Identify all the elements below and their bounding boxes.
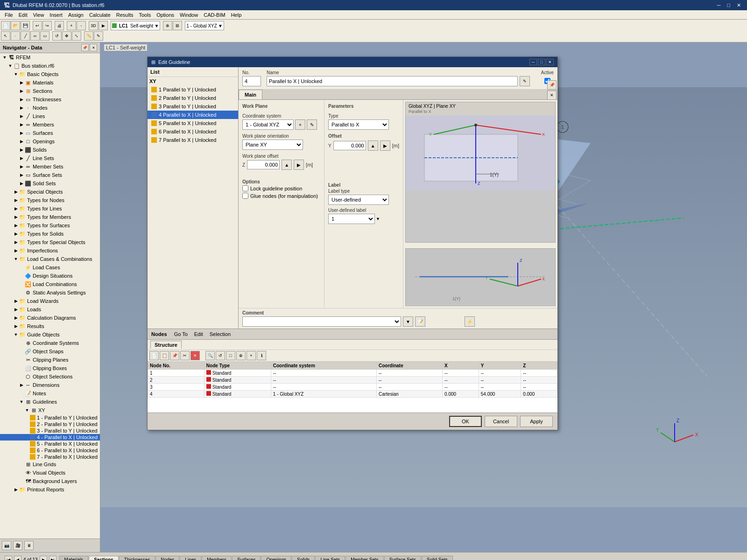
tree-visual-objects[interactable]: 👁 Visual Objects: [0, 469, 100, 477]
list-item-3[interactable]: 3 Parallel to Y | Unlocked: [148, 102, 238, 111]
tree-loads[interactable]: ▶ 📁 Loads: [0, 305, 100, 314]
tree-results[interactable]: ▶ 📁 Results: [0, 322, 100, 330]
coord-dropdown[interactable]: 1 - Global XYZ ▼: [185, 21, 224, 30]
tab-main[interactable]: Main: [239, 90, 262, 99]
menu-cadbim[interactable]: CAD-BIM: [201, 12, 228, 18]
tree-lines[interactable]: ▶ ╱ Lines: [0, 112, 100, 120]
tab-surfaces[interactable]: Surfaces: [232, 556, 261, 560]
tree-types-surfaces[interactable]: ▶ 📁 Types for Surfaces: [0, 221, 100, 230]
tree-solidsets[interactable]: ▶ ⬛ Solid Sets: [0, 179, 100, 188]
close-button[interactable]: ✕: [734, 2, 743, 8]
tb-render[interactable]: ▶: [99, 21, 108, 30]
tb-surface[interactable]: ▭: [40, 31, 49, 41]
dialog-minimize-btn[interactable]: ─: [529, 59, 537, 65]
nodes-goto[interactable]: Go To: [173, 331, 189, 337]
tree-xy[interactable]: ▼ ⊞ XY: [0, 406, 100, 414]
tree-openings[interactable]: ▶ □ Openings: [0, 137, 100, 146]
nodes-tb-info[interactable]: ℹ: [257, 351, 266, 360]
tree-types-special[interactable]: ▶ 📁 Types for Special Objects: [0, 238, 100, 246]
tree-rfem[interactable]: ▼ 🏗 RFEM: [0, 53, 100, 62]
tree-load-wizards[interactable]: ▶ 📁 Load Wizards: [0, 297, 100, 305]
tb-3d[interactable]: 3D: [89, 21, 98, 30]
tree-basic-objects[interactable]: ▼ 📁 Basic Objects: [0, 70, 100, 78]
tab-nodes[interactable]: Nodes: [155, 556, 179, 560]
maximize-button[interactable]: □: [725, 2, 733, 8]
nodes-tb-delete[interactable]: ✕: [190, 351, 200, 360]
menu-insert[interactable]: Insert: [47, 12, 65, 18]
offset-y-up[interactable]: ▲: [368, 140, 378, 151]
tb-save[interactable]: 💾: [21, 21, 30, 30]
nodes-tb-cross[interactable]: +: [247, 351, 256, 360]
lock-position-checkbox[interactable]: [242, 185, 248, 191]
tree-gl-7[interactable]: 7 - Parallel to X | Unlocked: [0, 454, 100, 460]
nav-pin-btn[interactable]: 📌: [81, 44, 89, 51]
tree-dimensions[interactable]: ▶ ↔ Dimensions: [0, 381, 100, 389]
tb-redo[interactable]: ↪: [42, 21, 52, 30]
tree-materials[interactable]: ▶ ▣ Materials: [0, 78, 100, 87]
tree-clipping-planes[interactable]: ✂ Clipping Planes: [0, 356, 100, 364]
nav-close-btn[interactable]: ✕: [90, 44, 97, 51]
tree-members[interactable]: ▶ ═ Members: [0, 120, 100, 129]
tree-object-snaps[interactable]: 🔗 Object Snaps: [0, 347, 100, 356]
tree-types-solids[interactable]: ▶ 📁 Types for Solids: [0, 230, 100, 238]
nav-bottom-display[interactable]: 🖥: [24, 541, 34, 550]
nodes-tb-refresh[interactable]: ↺: [216, 351, 225, 360]
tb-line[interactable]: ╱: [21, 31, 30, 41]
name-edit-btn[interactable]: ✎: [520, 76, 530, 86]
tree-thicknesses[interactable]: ▶ ▭ Thicknesses: [0, 95, 100, 104]
menu-results[interactable]: Results: [113, 12, 136, 18]
tree-types-nodes[interactable]: ▶ 📁 Types for Nodes: [0, 196, 100, 204]
nodes-tb-new[interactable]: 📄: [149, 351, 159, 360]
tree-design-situations[interactable]: 🔷 Design Situations: [0, 272, 100, 280]
list-item-2[interactable]: 2 Parallel to Y | Unlocked: [148, 94, 238, 102]
tree-membersets[interactable]: ▶ ═ Member Sets: [0, 162, 100, 171]
nodes-edit[interactable]: Edit: [193, 331, 204, 337]
tb-measure[interactable]: 📏: [84, 31, 93, 41]
tb-open[interactable]: 📂: [11, 21, 20, 30]
tab-lines[interactable]: Lines: [180, 556, 201, 560]
tree-gl-4[interactable]: 4 - Parallel to X | Unlocked: [0, 434, 100, 441]
tab-surfacesets[interactable]: Surface Sets: [384, 556, 421, 560]
tb-print[interactable]: 🖨: [55, 21, 64, 30]
comment-select[interactable]: [242, 316, 401, 327]
tree-busstation[interactable]: ▼ 📋 Bus station.rf6: [0, 62, 100, 70]
tb-select[interactable]: ↖: [1, 31, 10, 41]
nodes-tb-lasso[interactable]: ⊕: [236, 351, 246, 360]
dialog-maximize-btn[interactable]: □: [538, 59, 545, 65]
tb-grid[interactable]: ⊞: [173, 21, 182, 30]
wp-orientation-select[interactable]: Plane XY: [242, 140, 303, 150]
tree-special-objects[interactable]: ▶ 📁 Special Objects: [0, 188, 100, 196]
tb-annotate[interactable]: ✎: [94, 31, 103, 41]
offset-z-up[interactable]: ▲: [282, 160, 292, 170]
nodes-tb-cut[interactable]: ✂: [180, 351, 190, 360]
offset-y-right[interactable]: ▶: [380, 140, 390, 151]
comment-dropdown-btn[interactable]: ▼: [403, 316, 413, 327]
offset-y-input[interactable]: [333, 141, 366, 150]
nav-next-btn[interactable]: ▶: [40, 556, 47, 560]
nav-last-btn[interactable]: ▶|: [49, 556, 56, 560]
tree-clipping-boxes[interactable]: ⬜ Clipping Boxes: [0, 364, 100, 372]
menu-assign[interactable]: Assign: [65, 12, 86, 18]
nav-bottom-camera[interactable]: 📷: [2, 541, 11, 550]
tab-materials[interactable]: Materials: [59, 556, 89, 560]
tree-nodes[interactable]: ▶ · Nodes: [0, 104, 100, 112]
tree-solids[interactable]: ▶ ⬛ Solids: [0, 146, 100, 154]
tree-background-layers[interactable]: 🗺 Background Layers: [0, 477, 100, 485]
list-item-6[interactable]: 6 Parallel to X | Unlocked: [148, 127, 238, 136]
tree-gl-6[interactable]: 6 - Parallel to X | Unlocked: [0, 447, 100, 454]
dialog-close-btn[interactable]: ✕: [546, 59, 554, 65]
nodes-tb-search[interactable]: 🔍: [205, 351, 215, 360]
menu-options[interactable]: Options: [154, 12, 177, 18]
menu-window[interactable]: Window: [177, 12, 201, 18]
tb-node[interactable]: ·: [11, 31, 20, 41]
nodes-selection[interactable]: Selection: [208, 331, 232, 337]
user-label-select[interactable]: 1: [328, 214, 375, 224]
tree-notes[interactable]: 📝 Notes: [0, 389, 100, 398]
tree-sections[interactable]: ▶ ⊞ Sections: [0, 87, 100, 95]
tab-membersets[interactable]: Member Sets: [345, 556, 383, 560]
tree-guidelines[interactable]: ▼ ⊞ Guidelines: [0, 398, 100, 406]
tb-scale[interactable]: ⤡: [72, 31, 81, 41]
tree-guide-objects[interactable]: ▼ 📁 Guide Objects: [0, 330, 100, 339]
tree-linesets[interactable]: ▶ ╱ Line Sets: [0, 154, 100, 162]
tree-load-cases-combo[interactable]: ▼ 📁 Load Cases & Combinations: [0, 255, 100, 263]
